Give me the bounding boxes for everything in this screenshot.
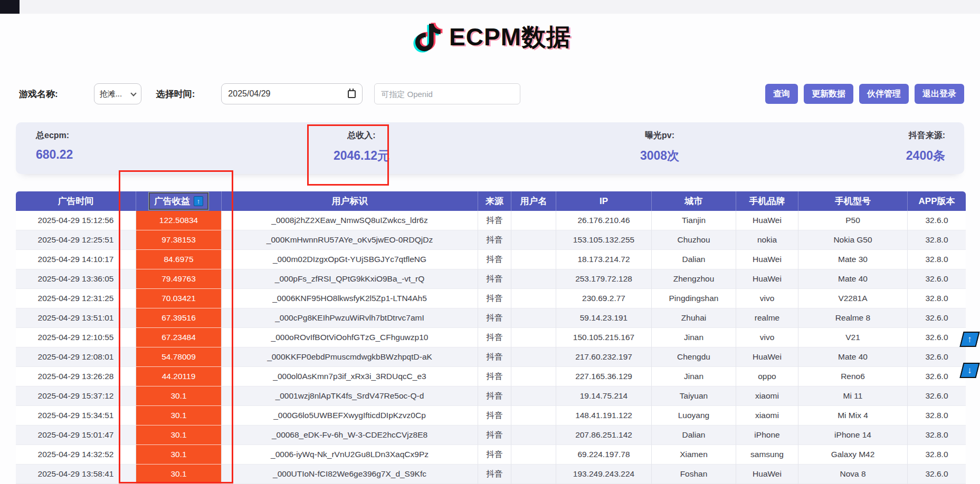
- stat-label: 总收入:: [309, 130, 414, 141]
- sort-ascending-icon[interactable]: ↑: [194, 196, 203, 206]
- cell-city: Pingdingshan: [652, 289, 736, 308]
- header-ad-revenue-focus[interactable]: 广告收益 ↑: [149, 192, 208, 210]
- cell-city: Dalian: [652, 425, 736, 445]
- cell-phone-brand: realme: [736, 308, 798, 328]
- stat-value: 2400条: [906, 148, 945, 164]
- cell-ip: 253.179.72.128: [556, 269, 652, 289]
- header-phone-model[interactable]: 手机型号: [798, 191, 908, 211]
- cell-ad-revenue: 44.20119: [136, 367, 222, 386]
- cell-app-version: 32.6.0: [908, 386, 966, 406]
- cell-app-version: 32.6.0: [908, 367, 966, 386]
- cell-username: [511, 425, 556, 445]
- cell-phone-brand: samsung: [736, 445, 798, 464]
- cell-app-version: 32.8.0: [908, 445, 966, 464]
- update-data-button[interactable]: 更新数据: [804, 84, 853, 104]
- table-row: 2025-04-29 12:08:0154.78009_000KKFP0ebdP…: [16, 347, 966, 367]
- header-ad-time[interactable]: 广告时间: [16, 191, 136, 211]
- cell-username: [511, 211, 556, 230]
- header-ip[interactable]: IP: [556, 191, 652, 211]
- header-phone-brand[interactable]: 手机品牌: [736, 191, 798, 211]
- cell-openid: _000UTIoN-fCI82We6ge396g7X_d_S9Kfc: [222, 464, 478, 484]
- up-arrow-icon: ↑: [967, 334, 972, 345]
- cell-openid: _0001wzj8nlApTK4fs_SrdV47Re5oc-Q-d: [222, 386, 478, 406]
- cell-source: 抖音: [478, 328, 511, 347]
- cell-ip: 153.105.132.255: [556, 230, 652, 250]
- cell-username: [511, 230, 556, 250]
- top-left-dark-patch: [0, 0, 20, 14]
- cell-app-version: 32.6.0: [908, 269, 966, 289]
- cell-phone-brand: vivo: [736, 289, 798, 308]
- cell-source: 抖音: [478, 425, 511, 445]
- cell-username: [511, 386, 556, 406]
- cell-openid: _000m02DIzgxOpGt-YUjSBGJYc7qtfleNG: [222, 250, 478, 269]
- cell-city: Taiyuan: [652, 386, 736, 406]
- scroll-down-button[interactable]: ↓: [959, 363, 979, 378]
- calendar-icon[interactable]: [348, 90, 356, 98]
- game-select[interactable]: 抢滩...: [94, 83, 141, 104]
- table-row: 2025-04-29 13:26:2844.20119_000ol0AsKmn7…: [16, 367, 966, 386]
- cell-phone-model: Nokia G50: [798, 230, 908, 250]
- cell-app-version: 32.6.0: [908, 308, 966, 328]
- cell-ad-time: 2025-04-29 14:10:17: [16, 250, 136, 269]
- cell-source: 抖音: [478, 406, 511, 425]
- logout-button[interactable]: 退出登录: [915, 84, 964, 104]
- table-row: 2025-04-29 12:31:2570.03421_0006KNF95HO8…: [16, 289, 966, 308]
- stat-exposure-pv: 曝光pv: 3008次: [607, 130, 712, 164]
- cell-phone-brand: iPhone: [736, 425, 798, 445]
- query-button[interactable]: 查询: [765, 84, 798, 104]
- cell-phone-brand: HuaWei: [736, 464, 798, 484]
- cell-phone-brand: HuaWei: [736, 250, 798, 269]
- cell-ad-time: 2025-04-29 13:58:41: [16, 464, 136, 484]
- cell-ip: 69.224.197.78: [556, 445, 652, 464]
- openid-input[interactable]: [374, 83, 520, 104]
- table-row: 2025-04-29 12:25:5197.38153_000KmHwnnRU5…: [16, 230, 966, 250]
- header-city[interactable]: 城市: [652, 191, 736, 211]
- table-row: 2025-04-29 14:32:5230.1_0006-iyWq-Nk_rVn…: [16, 445, 966, 464]
- cell-phone-model: Mate 30: [798, 250, 908, 269]
- cell-phone-model: Reno6: [798, 367, 908, 386]
- table-row: 2025-04-29 15:12:56122.50834_0008j2hZ2XE…: [16, 211, 966, 230]
- game-name-label: 游戏名称:: [19, 88, 58, 100]
- header-ad-revenue[interactable]: 广告收益 ↑: [136, 191, 222, 211]
- date-input[interactable]: 2025/04/29: [221, 83, 363, 104]
- header-username[interactable]: 用户名: [511, 191, 556, 211]
- partner-manage-button[interactable]: 伙伴管理: [859, 84, 909, 104]
- cell-source: 抖音: [478, 289, 511, 308]
- cell-ad-revenue: 122.50834: [136, 211, 222, 230]
- scroll-up-button[interactable]: ↑: [959, 332, 979, 347]
- cell-ip: 217.60.232.197: [556, 347, 652, 367]
- cell-username: [511, 269, 556, 289]
- cell-openid: _000oROvIfBOtViOohfGTzG_CFhguwzp10: [222, 328, 478, 347]
- header-openid[interactable]: 用户标识: [222, 191, 478, 211]
- stat-value: 2046.12元: [309, 148, 414, 164]
- cell-app-version: 32.8.0: [908, 289, 966, 308]
- cell-openid: _000KKFP0ebdPmuscmdwgkbBWzhpqtD-aK: [222, 347, 478, 367]
- cell-app-version: 32.6.0: [908, 347, 966, 367]
- stat-value: 680.22: [36, 148, 73, 162]
- cell-city: Xiamen: [652, 445, 736, 464]
- cell-ip: 230.69.2.77: [556, 289, 652, 308]
- page-header: ECPM数据: [0, 18, 980, 57]
- cell-ad-time: 2025-04-29 13:26:28: [16, 367, 136, 386]
- header-source[interactable]: 来源: [478, 191, 511, 211]
- chevron-down-icon: [130, 90, 136, 96]
- cell-city: Chuzhou: [652, 230, 736, 250]
- table-row: 2025-04-29 15:01:4730.1_00068_eDK-Fv-6h_…: [16, 425, 966, 445]
- cell-ad-time: 2025-04-29 12:25:51: [16, 230, 136, 250]
- header-app-version[interactable]: APP版本: [908, 191, 966, 211]
- table-row: 2025-04-29 13:36:0579.49763_000pFs_zfRSI…: [16, 269, 966, 289]
- cell-phone-model: iPhone 14: [798, 425, 908, 445]
- cell-source: 抖音: [478, 211, 511, 230]
- cell-ad-time: 2025-04-29 12:08:01: [16, 347, 136, 367]
- cell-app-version: 32.6.0: [908, 464, 966, 484]
- cell-ad-time: 2025-04-29 12:10:55: [16, 328, 136, 347]
- cell-ad-time: 2025-04-29 13:36:05: [16, 269, 136, 289]
- cell-ad-time: 2025-04-29 15:34:51: [16, 406, 136, 425]
- cell-phone-model: Realme 8: [798, 308, 908, 328]
- cell-app-version: 32.8.0: [908, 230, 966, 250]
- cell-app-version: 32.8.0: [908, 425, 966, 445]
- cell-phone-brand: HuaWei: [736, 347, 798, 367]
- cell-openid: _000pFs_zfRSI_QPtG9kKxiO9Ba_-vt_rQ: [222, 269, 478, 289]
- cell-ip: 227.165.36.129: [556, 367, 652, 386]
- toolbar: 游戏名称: 抢滩... 选择时间: 2025/04/29 查询 更新数据 伙伴管…: [19, 83, 964, 105]
